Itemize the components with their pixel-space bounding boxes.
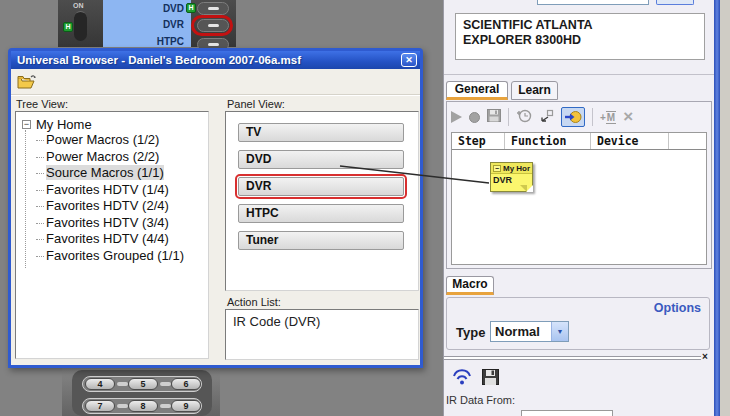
action-list-item[interactable]: IR Code (DVR) [226, 310, 418, 329]
editor-panel: SCIENTIFIC ATLANTA EXPLORER 8300HD Gener… [443, 0, 714, 416]
add-delay-icon[interactable] [516, 108, 532, 126]
universal-browser-dialog: Universal Browser - Daniel's Bedroom 200… [8, 48, 423, 368]
tree-item-label: Favorites HDTV (3/4) [46, 215, 169, 230]
chevron-down-icon[interactable]: ▼ [551, 322, 568, 341]
action-list: IR Code (DVR) [225, 309, 419, 360]
tree-children: Power Macros (1/2) Power Macros (2/2) So… [22, 132, 208, 264]
ir-navigate-icon-active[interactable] [561, 107, 585, 127]
note-fold [526, 185, 533, 192]
device-name-field-partial[interactable] [537, 0, 649, 5]
dialog-toolbar [11, 69, 420, 95]
tree-item-label: Power Macros (1/2) [46, 132, 159, 147]
splitter-handle[interactable] [444, 356, 701, 360]
action-list-label: Action List: [227, 296, 281, 308]
hold-badge-icon: H [186, 3, 196, 13]
tree-item[interactable]: Favorites Grouped (1/1) [33, 248, 208, 265]
delete-icon[interactable]: × [623, 110, 633, 124]
tree-item[interactable]: Favorites HDTV (1/4) [33, 182, 208, 199]
options-link[interactable]: Options [654, 301, 701, 315]
type-select[interactable]: Normal ▼ [490, 321, 569, 342]
panel-button-dvd[interactable]: DVD [238, 150, 404, 169]
note-collapse-icon[interactable]: − [493, 165, 501, 172]
note-header: − My Hor [491, 163, 532, 174]
record-icon[interactable] [469, 112, 480, 123]
remote-power-button [74, 11, 87, 41]
type-label: Type [456, 325, 485, 340]
tree-item[interactable]: Favorites HDTV (3/4) [33, 215, 208, 232]
ir-toolbar [451, 367, 499, 389]
type-value: Normal [491, 322, 551, 341]
remote-keypad: 4 5 6 7 8 9 [72, 370, 212, 416]
tree-node-my-home[interactable]: − My Home [22, 117, 208, 132]
panel-view-label: Panel View: [227, 98, 285, 110]
note-title: My Hor [503, 164, 530, 173]
tree-item-label: Source Macros (1/1) [46, 165, 164, 180]
key-link [117, 382, 128, 386]
table-header: Step Function Device [452, 133, 706, 150]
save-icon[interactable] [487, 109, 501, 125]
save-ir-icon[interactable] [482, 369, 499, 388]
macro-drag-note[interactable]: − My Hor DVR [490, 162, 533, 192]
tree-item-label: Favorites Grouped (1/1) [46, 248, 184, 263]
device-name-box: SCIENTIFIC ATLANTA EXPLORER 8300HD [455, 13, 705, 60]
key-7: 7 [85, 400, 115, 412]
panel-button-htpc[interactable]: HTPC [238, 204, 404, 223]
jump-page-icon[interactable] [539, 109, 554, 126]
column-step: Step [452, 133, 505, 149]
tree-item-label: Favorites HDTV (1/4) [46, 182, 169, 197]
key-6: 6 [171, 378, 201, 390]
close-icon[interactable]: ✕ [401, 53, 417, 67]
keypad-row: 4 5 6 [82, 376, 202, 392]
key-4: 4 [85, 378, 115, 390]
open-file-button[interactable] [17, 74, 37, 90]
ir-source-field-partial[interactable] [521, 410, 613, 416]
tree-item-label: Favorites HDTV (2/4) [46, 198, 169, 213]
tree-item[interactable]: Favorites HDTV (4/4) [33, 231, 208, 248]
lcd-label-htpc: HTPC [157, 36, 184, 47]
tree-item-selected[interactable]: Source Macros (1/1) [33, 165, 208, 182]
window-edge [714, 0, 720, 416]
m-glyph: M [606, 111, 616, 124]
top-button-partial[interactable] [656, 0, 694, 5]
tree-view-label: Tree View: [16, 98, 68, 110]
remote-on-label: ON [73, 2, 84, 9]
dialog-title: Universal Browser - Daniel's Bedroom 200… [17, 54, 401, 66]
panel-button-dvr-highlighted[interactable]: DVR [238, 177, 404, 196]
keypad-row: 7 8 9 [82, 398, 202, 414]
remote-photo-top: ON H DVD DVR HTPC H [58, 0, 236, 47]
key-8: 8 [128, 400, 158, 412]
tab-macro[interactable]: Macro [446, 276, 494, 295]
key-link [117, 404, 128, 408]
collapse-icon[interactable]: − [22, 120, 31, 129]
toolbar-separator [508, 108, 509, 126]
panel-button-tv[interactable]: TV [238, 123, 404, 142]
tree-item[interactable]: Power Macros (1/2) [33, 132, 208, 149]
tree-root-label: My Home [36, 117, 92, 132]
hold-badge-icon: H [63, 22, 73, 32]
toolbar-separator [592, 108, 593, 126]
tab-learn[interactable]: Learn [511, 81, 558, 100]
dialog-titlebar[interactable]: Universal Browser - Daniel's Bedroom 200… [11, 51, 420, 69]
note-fold [520, 185, 527, 192]
remote-lcd: DVD DVR HTPC [103, 0, 191, 47]
column-empty [669, 133, 706, 149]
lcd-label-dvr: DVR [163, 19, 184, 30]
divider [444, 74, 715, 75]
tab-general[interactable]: General [446, 81, 508, 100]
add-macro-icon[interactable]: +M [600, 111, 616, 124]
play-icon[interactable] [451, 111, 462, 123]
tree-item-label: Favorites HDTV (4/4) [46, 231, 169, 246]
remote-side-button [197, 2, 229, 15]
background-strip [720, 0, 730, 416]
macro-options-box: Options Type Normal ▼ [446, 297, 710, 350]
splitter-close-icon[interactable]: × [702, 351, 708, 362]
column-function: Function [505, 133, 591, 149]
tree-item[interactable]: Favorites HDTV (2/4) [33, 198, 208, 215]
tree-item[interactable]: Power Macros (2/2) [33, 149, 208, 166]
macro-toolbar: +M × [451, 105, 633, 129]
key-5: 5 [128, 378, 158, 390]
tree-view: − My Home Power Macros (1/2) Power Macro… [15, 111, 209, 359]
ir-transmit-icon[interactable] [451, 367, 473, 389]
note-body: DVR [491, 174, 532, 185]
panel-button-tuner[interactable]: Tuner [238, 231, 404, 250]
